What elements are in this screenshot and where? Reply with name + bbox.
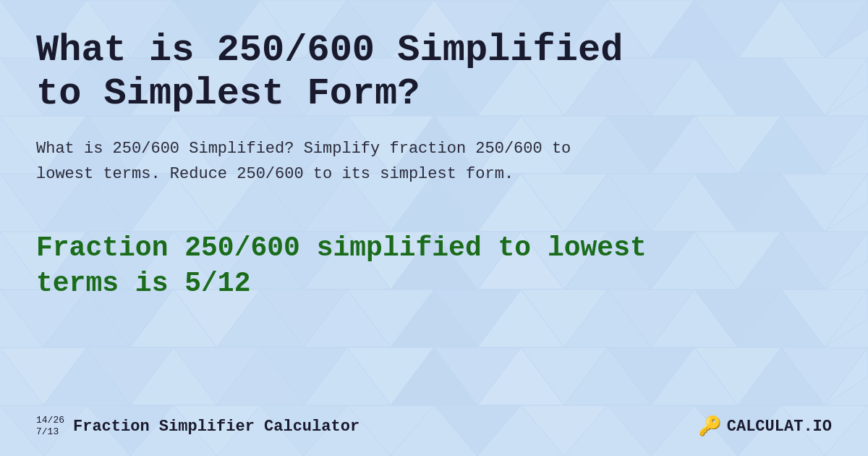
fraction-stack: 14/26 7/13 (36, 415, 64, 437)
page-description: What is 250/600 Simplified? Simplify fra… (36, 136, 600, 187)
page-content: What is 250/600 Simplified to Simplest F… (0, 0, 868, 456)
footer-left: 14/26 7/13 Fraction Simplifier Calculato… (36, 415, 359, 437)
logo-icon: 🔑 (698, 415, 721, 438)
fraction-bottom: 7/13 (36, 426, 64, 438)
result-section: Fraction 250/600 simplified to lowest te… (36, 230, 832, 302)
page-footer: 14/26 7/13 Fraction Simplifier Calculato… (36, 415, 832, 438)
result-text: Fraction 250/600 simplified to lowest te… (36, 230, 687, 302)
page-title: What is 250/600 Simplified to Simplest F… (36, 29, 687, 116)
calculator-name: Fraction Simplifier Calculator (73, 418, 359, 436)
logo-text: CALCULAT.IO (727, 418, 832, 436)
logo: 🔑 CALCULAT.IO (698, 415, 832, 438)
fraction-top: 14/26 (36, 415, 64, 426)
